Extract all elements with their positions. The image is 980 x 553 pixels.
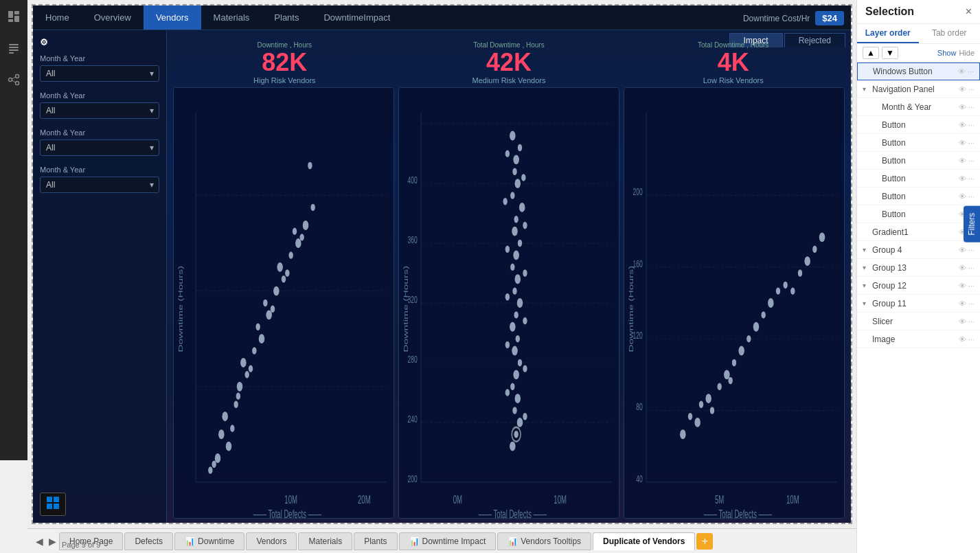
- filter-select-3[interactable]: All: [40, 139, 159, 156]
- more-icon-3[interactable]: ···: [968, 121, 975, 129]
- tab-next-arrow[interactable]: ▶: [46, 534, 59, 548]
- more-icon-6[interactable]: ···: [968, 174, 975, 183]
- nav-downtime-impact[interactable]: DowntimeImpact: [311, 5, 402, 30]
- add-page-button[interactable]: +: [696, 533, 713, 550]
- layer-item-image[interactable]: Image 👁 ···: [857, 330, 980, 348]
- tab-vendors-tooltips[interactable]: 📊 Vendors Tooltips: [497, 532, 591, 550]
- layer-item-group12[interactable]: ▾ Group 12 👁 ···: [857, 277, 980, 295]
- svg-rect-5: [9, 47, 19, 48]
- layer-up-btn[interactable]: ▲: [863, 47, 879, 59]
- layer-item-button-2[interactable]: Button 👁 ···: [857, 134, 980, 152]
- layer-item-button-4[interactable]: Button 👁 ···: [857, 170, 980, 188]
- windows-button[interactable]: [40, 493, 66, 516]
- eye-icon-15[interactable]: 👁: [959, 335, 966, 343]
- tab-duplicate-vendors[interactable]: Duplicate of Vendors: [593, 532, 695, 550]
- layer-name-2: Month & Year: [882, 102, 956, 112]
- eye-icon-3[interactable]: 👁: [959, 121, 966, 129]
- data-view-icon[interactable]: [4, 38, 23, 58]
- svg-rect-150: [47, 497, 52, 502]
- eye-icon-12[interactable]: 👁: [959, 282, 966, 290]
- model-view-icon[interactable]: [4, 70, 23, 89]
- filters-tab[interactable]: Filters: [964, 206, 980, 242]
- svg-point-70: [512, 227, 518, 236]
- chart-medium-risk[interactable]: 200 240 280 320 360 400 Downtime (Hours): [398, 87, 619, 519]
- layer-name-10: Group 4: [872, 245, 956, 255]
- svg-line-12: [12, 80, 16, 82]
- layer-item-button-3[interactable]: Button 👁 ···: [857, 152, 980, 170]
- more-icon-4[interactable]: ···: [968, 139, 975, 147]
- bottom-bar: ◀ ▶ Home Page Defects 📊 Downtime Vendors…: [27, 528, 856, 553]
- layer-order-tab[interactable]: Layer order: [857, 24, 919, 43]
- filter-select-4[interactable]: All: [40, 177, 159, 193]
- tab-vendors[interactable]: Vendors: [246, 532, 297, 550]
- selection-panel-close[interactable]: ×: [966, 5, 972, 18]
- more-icon-14[interactable]: ···: [968, 317, 975, 326]
- layer-item-button-1[interactable]: Button 👁 ···: [857, 116, 980, 134]
- tab-downtime[interactable]: 📊 Downtime: [174, 532, 244, 550]
- tab-order-tab[interactable]: Tab order: [919, 24, 981, 43]
- eye-icon-14[interactable]: 👁: [959, 317, 966, 326]
- nav-plants[interactable]: Plants: [262, 5, 311, 30]
- expand-icon-1: ▾: [863, 85, 869, 93]
- layer-item-group11[interactable]: ▾ Group 11 👁 ···: [857, 295, 980, 313]
- metric-name-0: High Risk Vendors: [253, 76, 316, 84]
- nav-overview[interactable]: Overview: [82, 5, 144, 30]
- more-icon-5[interactable]: ···: [968, 157, 975, 165]
- chart-low-risk[interactable]: 40 80 120 160 200 Downtime (Hours) 5M: [624, 87, 845, 519]
- layer-down-btn[interactable]: ▼: [882, 47, 898, 59]
- eye-icon-7[interactable]: 👁: [959, 192, 966, 201]
- eye-icon-5[interactable]: 👁: [959, 157, 966, 165]
- eye-icon-11[interactable]: 👁: [959, 264, 966, 272]
- svg-point-95: [505, 293, 510, 300]
- tab-prev-arrow[interactable]: ◀: [33, 534, 46, 548]
- tab-downtime-impact[interactable]: 📊 Downtime Impact: [399, 532, 497, 550]
- more-icon-2[interactable]: ···: [968, 103, 975, 111]
- tab-defects[interactable]: Defects: [124, 532, 173, 550]
- more-icon-11[interactable]: ···: [968, 264, 975, 272]
- tab-plants[interactable]: Plants: [354, 532, 397, 550]
- layer-name-3: Button: [882, 120, 956, 130]
- more-icon-0[interactable]: ···: [968, 67, 974, 76]
- svg-point-120: [694, 418, 700, 427]
- eye-icon-0[interactable]: 👁: [958, 67, 966, 76]
- hide-label[interactable]: Hide: [959, 49, 975, 57]
- layer-item-slicer[interactable]: Slicer 👁 ···: [857, 313, 980, 330]
- nav-home[interactable]: Home: [33, 5, 82, 30]
- nav-materials[interactable]: Materials: [201, 5, 262, 30]
- more-icon-12[interactable]: ···: [968, 282, 975, 290]
- layer-item-group13[interactable]: ▾ Group 13 👁 ···: [857, 259, 980, 277]
- eye-icon-13[interactable]: 👁: [959, 300, 966, 308]
- chart-high-risk[interactable]: Downtime (Hours) 10M 20M —— Total Defect…: [173, 87, 394, 519]
- report-view-icon[interactable]: [4, 7, 23, 26]
- tab-materials[interactable]: Materials: [298, 532, 352, 550]
- eye-icon-1[interactable]: 👁: [959, 85, 966, 93]
- layer-item-navigation-panel[interactable]: ▾ Navigation Panel 👁 ···: [857, 80, 980, 98]
- layer-item-button-6[interactable]: Button 👁 ···: [857, 205, 980, 223]
- eye-icon-2[interactable]: 👁: [959, 103, 966, 111]
- layer-item-gradient1[interactable]: Gradient1 👁 ···: [857, 223, 980, 241]
- layer-action-icons-12: 👁 ···: [959, 282, 975, 290]
- nav-bar: Home Overview Vendors Materials Plants D…: [33, 5, 851, 30]
- layer-item-windows-button[interactable]: Windows Button 👁 ···: [857, 63, 980, 80]
- more-icon-1[interactable]: ···: [968, 85, 975, 93]
- show-label[interactable]: Show: [937, 49, 957, 57]
- left-sidebar: [0, 0, 27, 460]
- svg-point-65: [512, 168, 516, 175]
- svg-point-92: [523, 222, 527, 229]
- expand-icon-11: ▾: [863, 264, 869, 271]
- more-icon-15[interactable]: ···: [968, 335, 975, 343]
- filter-select-2[interactable]: All: [40, 102, 159, 119]
- layer-item-month-year[interactable]: Month & Year 👁 ···: [857, 98, 980, 116]
- svg-point-44: [299, 234, 304, 240]
- eye-icon-4[interactable]: 👁: [959, 139, 966, 147]
- svg-point-139: [812, 246, 817, 253]
- more-icon-13[interactable]: ···: [968, 300, 975, 308]
- more-icon-10[interactable]: ···: [968, 246, 975, 254]
- eye-icon-6[interactable]: 👁: [959, 174, 966, 183]
- eye-icon-10[interactable]: 👁: [959, 246, 966, 254]
- layer-item-button-5[interactable]: Button 👁 ···: [857, 188, 980, 205]
- more-icon-7[interactable]: ···: [968, 192, 975, 201]
- layer-item-group4[interactable]: ▾ Group 4 👁 ···: [857, 241, 980, 259]
- filter-select-1[interactable]: All: [40, 65, 159, 82]
- nav-vendors[interactable]: Vendors: [144, 5, 201, 30]
